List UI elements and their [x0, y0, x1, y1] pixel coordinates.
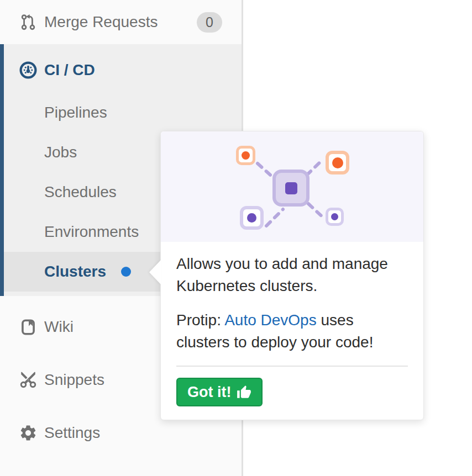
sidebar-item-label: Snippets	[44, 371, 104, 389]
popover-arrow	[149, 260, 161, 284]
popover-protip: Protip: Auto DevOps uses clusters to dep…	[176, 309, 397, 353]
sidebar-item-label: Environments	[44, 223, 139, 241]
kubernetes-cluster-illustration	[161, 131, 423, 242]
sidebar-item-merge-requests[interactable]: Merge Requests 0	[0, 0, 242, 44]
scissors-icon	[19, 371, 38, 389]
cluster-node-dot	[332, 157, 343, 168]
cluster-node-top-left	[236, 146, 255, 165]
sidebar-item-label: Settings	[44, 424, 100, 442]
clusters-feature-popover: Allows you to add and manage Kubernetes …	[160, 131, 424, 420]
popover-divider	[176, 366, 408, 367]
sidebar-item-label: Pipelines	[44, 104, 107, 121]
book-icon	[19, 318, 38, 336]
cluster-node-dot	[247, 213, 256, 223]
notification-dot	[121, 267, 131, 277]
sidebar-item-pipelines[interactable]: Pipelines	[4, 93, 242, 133]
gear-icon	[19, 424, 38, 442]
got-it-button-label: Got it!	[187, 384, 231, 401]
cluster-node-top-right	[326, 151, 349, 174]
gauge-icon	[19, 61, 38, 80]
popover-body: Allows you to add and manage Kubernetes …	[161, 242, 423, 420]
sidebar-item-label: Schedules	[44, 183, 117, 201]
sidebar-item-label: Wiki	[44, 318, 74, 336]
cluster-node-dot	[331, 213, 338, 220]
protip-prefix: Protip:	[176, 311, 224, 329]
merge-requests-count-badge: 0	[197, 12, 222, 33]
sidebar-item-cicd[interactable]: CI / CD	[4, 50, 242, 91]
merge-request-icon	[19, 13, 38, 31]
sidebar-item-label: Merge Requests	[44, 13, 158, 31]
got-it-button[interactable]: Got it!	[176, 378, 263, 406]
auto-devops-link[interactable]: Auto DevOps	[224, 311, 317, 329]
popover-description: Allows you to add and manage Kubernetes …	[176, 253, 397, 297]
cluster-node-master	[272, 170, 310, 207]
sidebar-item-label: Clusters	[44, 263, 106, 281]
cluster-node-dot	[242, 151, 250, 160]
cluster-node-bottom-left	[240, 206, 264, 230]
sidebar-item-label: Jobs	[44, 144, 77, 161]
cluster-node-core	[285, 182, 297, 194]
cluster-node-bottom-right	[326, 208, 344, 226]
sidebar-item-label: CI / CD	[44, 61, 95, 79]
thumbs-up-icon	[237, 385, 251, 400]
